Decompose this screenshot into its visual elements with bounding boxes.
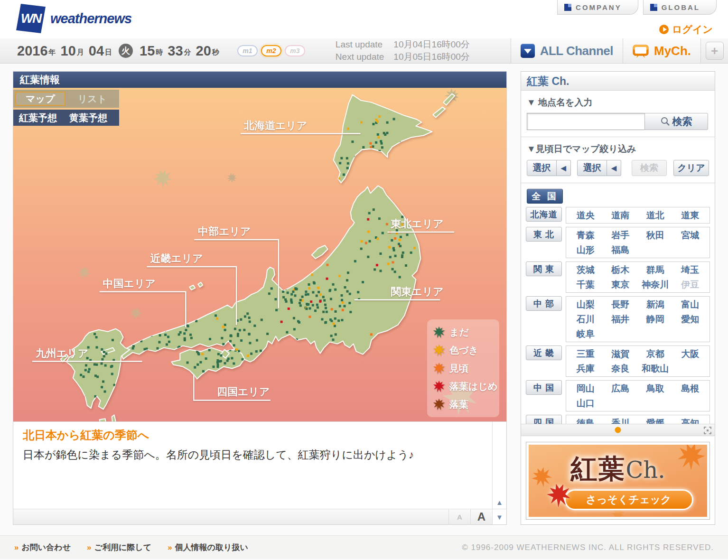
pref-link[interactable]: 長野 xyxy=(603,297,638,312)
pref-link[interactable]: 福井 xyxy=(603,312,638,327)
svg-text:中国エリア: 中国エリア xyxy=(103,278,156,289)
footer-link[interactable]: »お問い合わせ xyxy=(14,542,71,553)
pref-link: 伊豆 xyxy=(673,277,708,292)
zenkoku-button[interactable]: 全 国 xyxy=(527,189,563,204)
pref-link[interactable]: 神奈川 xyxy=(638,277,673,292)
footer-link[interactable]: »個人情報の取り扱い xyxy=(168,542,248,553)
date-select-from-button[interactable]: 選択 xyxy=(527,160,557,176)
add-channel-button[interactable]: + xyxy=(706,42,724,60)
region-button[interactable]: 近 畿 xyxy=(526,345,562,360)
pref-link[interactable]: 埼玉 xyxy=(673,262,708,277)
pref-link[interactable]: 京都 xyxy=(638,346,673,361)
footer-link[interactable]: »ご利用に際して xyxy=(87,542,151,553)
sidebar-title: 紅葉 Ch. xyxy=(521,72,715,91)
pref-link[interactable]: 道南 xyxy=(603,208,638,223)
region-button[interactable]: 東 北 xyxy=(526,227,562,242)
search-button[interactable]: 検索 xyxy=(644,113,708,130)
legend-label: 落葉はじめ xyxy=(449,380,497,393)
pref-link[interactable]: 滋賀 xyxy=(603,346,638,361)
pref-link[interactable]: 愛知 xyxy=(673,312,708,327)
pref-link[interactable]: 道央 xyxy=(568,208,603,223)
region-button[interactable]: 関 東 xyxy=(526,261,562,276)
scroll-up-button[interactable]: ▲ xyxy=(493,495,506,509)
pref-link[interactable]: 奈良 xyxy=(603,361,638,376)
pref-link[interactable]: 岐阜 xyxy=(568,327,603,341)
all-channel-tab[interactable]: ALL Channel xyxy=(511,38,623,63)
login-link[interactable]: ログイン xyxy=(659,23,713,36)
pref-link[interactable]: 島根 xyxy=(673,381,708,396)
pref-link[interactable]: 愛媛 xyxy=(638,416,673,424)
pref-link[interactable]: 富山 xyxy=(673,297,708,312)
pref-link[interactable]: 高知 xyxy=(673,416,708,424)
pref-link[interactable]: 岡山 xyxy=(568,381,603,396)
pref-link[interactable]: 山梨 xyxy=(568,297,603,312)
date-select-to-button[interactable]: 選択 xyxy=(577,160,607,176)
pref-link[interactable]: 鳥取 xyxy=(638,381,673,396)
pref-link[interactable]: 石川 xyxy=(568,312,603,327)
region-button[interactable]: 中 部 xyxy=(526,296,562,311)
pref-link[interactable]: 新潟 xyxy=(638,297,673,312)
pref-link[interactable]: 道東 xyxy=(673,208,708,223)
pref-link[interactable]: 大阪 xyxy=(673,346,708,361)
banner-check-button[interactable]: さっそくチェック xyxy=(564,489,693,510)
pref-link[interactable]: 山口 xyxy=(568,396,603,411)
oyo-forecast-button[interactable]: 黄葉予想 xyxy=(69,112,107,124)
pref-link[interactable]: 千葉 xyxy=(568,277,603,292)
pref-link[interactable]: 山形 xyxy=(568,243,603,257)
legend-label: まだ xyxy=(449,326,469,339)
pref-link[interactable]: 秋田 xyxy=(638,228,673,243)
font-large-button[interactable]: A xyxy=(470,509,492,524)
region-button[interactable]: 四 国 xyxy=(526,415,562,424)
pref-link[interactable]: 福島 xyxy=(603,243,638,257)
global-tab[interactable]: GLOBAL xyxy=(643,0,717,15)
pref-link[interactable]: 茨城 xyxy=(568,262,603,277)
banner-title-kanji: 紅葉 xyxy=(571,453,626,484)
japan-map[interactable]: 北海道エリア東北エリア中部エリア近畿エリア中国エリア関東エリア九州エリア四国エリ… xyxy=(13,88,506,421)
my-channel-tab[interactable]: MyCh. xyxy=(623,38,700,63)
weathernews-logo[interactable]: WN weathernews xyxy=(16,4,131,33)
company-tab[interactable]: COMPANY xyxy=(557,0,638,15)
map-legend: まだ色づき見頃落葉はじめ落葉 xyxy=(427,319,499,417)
location-search-input[interactable] xyxy=(527,113,644,130)
pref-link[interactable]: 香川 xyxy=(603,416,638,424)
mode-button-m3[interactable]: m3 xyxy=(285,45,305,56)
prefecture-box: 徳島香川愛媛高知 xyxy=(566,415,710,424)
scroll-down-button[interactable]: ▼ xyxy=(496,510,503,523)
expand-icon[interactable] xyxy=(703,426,712,435)
date-bar: 2016 年 10 月 04 日 火 15 時 33 分 20 秒 m1m2m3… xyxy=(0,38,728,64)
month-value: 10 xyxy=(61,43,76,59)
mode-button-m2[interactable]: m2 xyxy=(261,45,281,56)
pref-link[interactable]: 東京 xyxy=(603,277,638,292)
pref-link[interactable]: 広島 xyxy=(603,381,638,396)
banner-title: 紅葉Ch. xyxy=(529,451,707,487)
minute-unit: 分 xyxy=(184,48,191,57)
page-indicator-dot[interactable] xyxy=(615,427,621,433)
pref-link[interactable]: 群馬 xyxy=(638,262,673,277)
pref-link[interactable]: 道北 xyxy=(638,208,673,223)
koyo-forecast-button[interactable]: 紅葉予想 xyxy=(19,112,57,124)
pref-link[interactable]: 兵庫 xyxy=(568,361,603,376)
legend-item: 見頃 xyxy=(433,359,499,377)
pref-link[interactable]: 岩手 xyxy=(603,228,638,243)
tab-map[interactable]: マップ xyxy=(15,92,65,106)
pref-link[interactable]: 和歌山 xyxy=(638,361,673,376)
koyo-map-panel: 紅葉情報 xyxy=(13,71,507,525)
pref-link[interactable]: 静岡 xyxy=(638,312,673,327)
date-select-to-arrow[interactable]: ◀ xyxy=(607,160,621,176)
pref-link[interactable]: 宮城 xyxy=(673,228,708,243)
mode-button-m1[interactable]: m1 xyxy=(237,45,258,56)
region-button[interactable]: 北海道 xyxy=(526,207,562,222)
filter-search-button[interactable]: 検索 xyxy=(632,160,667,176)
pref-link[interactable]: 栃木 xyxy=(603,262,638,277)
pref-link[interactable]: 徳島 xyxy=(568,416,603,424)
filter-clear-button[interactable]: クリア xyxy=(673,160,709,176)
footer-links: »お問い合わせ»ご利用に際して»個人情報の取り扱い xyxy=(14,542,248,553)
koyo-banner[interactable]: 紅葉Ch. さっそくチェック xyxy=(526,442,710,520)
font-small-button[interactable]: A xyxy=(448,509,470,524)
date-select-from-arrow[interactable]: ◀ xyxy=(557,160,571,176)
region-button[interactable]: 中 国 xyxy=(526,380,562,395)
search-section: ▼ 地点名を入力 検索 xyxy=(521,91,715,137)
pref-link[interactable]: 三重 xyxy=(568,346,603,361)
pref-link[interactable]: 青森 xyxy=(568,228,603,243)
tab-list[interactable]: リスト xyxy=(65,93,119,105)
